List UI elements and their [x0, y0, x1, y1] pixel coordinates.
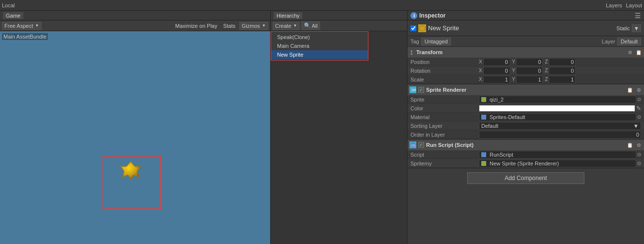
- tag-value-dropdown[interactable]: Untagged: [421, 38, 451, 45]
- run-script-header[interactable]: CS ✓ Run Script (Script) 📋 ⚙: [408, 140, 644, 150]
- add-component-bar: Add Component: [408, 172, 644, 184]
- sorting-layer-label: Sorting Layer: [410, 123, 479, 129]
- spritemy-picker-icon[interactable]: ⊙: [637, 161, 641, 166]
- rotation-y-field: Y 0: [512, 67, 543, 75]
- svg-text:SR: SR: [411, 88, 416, 92]
- scale-values: X 1 Y 1 Z 1: [479, 76, 641, 83]
- sprite-picker-icon[interactable]: ⊙: [637, 97, 641, 102]
- gizmos-dropdown[interactable]: Gizmos ▼: [239, 22, 268, 30]
- material-picker-icon[interactable]: ⊙: [637, 114, 641, 120]
- tab-hierarchy[interactable]: Hierarchy: [274, 12, 302, 19]
- game-viewport: Main AssetBundle: [0, 31, 270, 244]
- hierarchy-create-dropdown[interactable]: Create ▼: [273, 22, 300, 30]
- sprite-label: Sprite: [410, 97, 479, 102]
- position-values: X 0 Y 0 Z 0: [479, 58, 641, 66]
- tag-label: Tag: [410, 39, 419, 44]
- sprite-renderer-settings-icon[interactable]: ⚙: [635, 86, 642, 93]
- game-toolbar: Free Aspect ▼ Maximize on Play Stats Giz…: [0, 20, 270, 31]
- hierarchy-toolbar: Create ▼ 🔍 All: [271, 20, 407, 31]
- layer-value-dropdown[interactable]: Default: [617, 38, 641, 45]
- search-icon: 🔍: [304, 22, 311, 29]
- static-dropdown[interactable]: ▼: [632, 24, 641, 32]
- order-in-layer-label: Order in Layer: [410, 132, 479, 138]
- hierarchy-all-dropdown[interactable]: 🔍 All: [301, 21, 320, 30]
- position-z-input[interactable]: 0: [549, 58, 576, 66]
- position-row: Position X 0 Y 0 Z 0: [408, 58, 644, 66]
- chevron-down-icon: ▼: [35, 23, 39, 28]
- tab-game[interactable]: Game: [3, 12, 23, 19]
- static-chevron-icon: ▼: [634, 25, 639, 31]
- scale-y-input[interactable]: 1: [516, 76, 543, 83]
- hierarchy-dropdown: Speak(Clone) Main Camera New Sprite: [271, 31, 368, 61]
- position-y-input[interactable]: 0: [516, 58, 543, 66]
- layout-label[interactable]: Layout: [626, 2, 642, 8]
- sprite-renderer-icon: SR: [409, 86, 416, 93]
- scale-z-input[interactable]: 1: [549, 76, 576, 83]
- free-aspect-dropdown[interactable]: Free Aspect ▼: [2, 22, 42, 30]
- asset-bundle-label: Main AssetBundle: [2, 33, 48, 40]
- sorting-layer-row: Sorting Layer Default ▼: [408, 122, 644, 130]
- transform-settings-icon[interactable]: ⚙: [626, 49, 633, 56]
- inspector-menu-icon[interactable]: ☰: [635, 12, 641, 20]
- create-chevron-icon: ▼: [293, 23, 297, 28]
- spritemy-icon: [481, 161, 486, 166]
- maximize-button[interactable]: Maximize on Play: [173, 22, 219, 29]
- pos-y-label: Y: [512, 59, 515, 64]
- run-script-settings-icon[interactable]: ⚙: [635, 142, 642, 148]
- position-label: Position: [410, 59, 479, 65]
- sprite-renderer-header[interactable]: SR ✓ Sprite Renderer 📋 ⚙: [408, 84, 644, 95]
- run-script-section: CS ✓ Run Script (Script) 📋 ⚙ Script RunS…: [408, 140, 644, 168]
- color-picker[interactable]: [479, 105, 635, 112]
- material-value[interactable]: Sprites-Default: [479, 113, 636, 121]
- coin-sprite: [117, 161, 144, 187]
- sorting-layer-dropdown[interactable]: Default ▼: [479, 122, 641, 130]
- rotation-x-input[interactable]: 0: [483, 67, 510, 75]
- sprite-renderer-title: Sprite Renderer: [426, 87, 624, 93]
- spritemy-row: Spritemy New Sprite (Sprite Renderer) ⊙: [408, 159, 644, 168]
- script-value[interactable]: RunScript: [479, 151, 636, 159]
- inspector-title-bar: New Sprite Static ▼: [408, 20, 644, 36]
- run-script-book-icon[interactable]: 📋: [626, 142, 633, 148]
- object-active-checkbox[interactable]: [410, 25, 416, 31]
- sprite-renderer-checkbox[interactable]: ✓: [418, 87, 424, 93]
- layer-label: Layer: [602, 39, 616, 44]
- hierarchy-item-main-camera[interactable]: Main Camera: [271, 41, 368, 50]
- object-name: New Sprite: [428, 24, 615, 32]
- inspector-header: ℹ Inspector ☰: [408, 11, 644, 20]
- run-script-title: Run Script (Script): [426, 142, 624, 148]
- hierarchy-content: Speak(Clone) Main Camera New Sprite: [271, 31, 407, 244]
- color-edit-icon[interactable]: ✎: [636, 105, 641, 112]
- scale-x-input[interactable]: 1: [483, 76, 510, 83]
- rotation-z-input[interactable]: 0: [549, 67, 576, 75]
- run-script-checkbox[interactable]: ✓: [418, 142, 424, 148]
- hierarchy-item-speak[interactable]: Speak(Clone): [271, 33, 368, 41]
- sprite-renderer-section: SR ✓ Sprite Renderer 📋 ⚙ Sprite qizi_2 ⊙: [408, 84, 644, 140]
- rotation-y-input[interactable]: 0: [516, 67, 543, 75]
- sprite-renderer-book-icon[interactable]: 📋: [626, 86, 633, 93]
- stats-button[interactable]: Stats: [221, 22, 237, 29]
- gizmos-chevron-icon: ▼: [262, 23, 266, 28]
- scale-z-field: Z 1: [545, 76, 576, 83]
- add-component-button[interactable]: Add Component: [467, 172, 584, 184]
- main-layout: Game Free Aspect ▼ Maximize on Play Stat…: [0, 11, 644, 244]
- local-label[interactable]: Local: [2, 2, 15, 8]
- rot-z-label: Z: [545, 68, 548, 73]
- sprite-value[interactable]: qizi_2: [479, 96, 636, 103]
- rotation-x-field: X 0: [479, 67, 510, 75]
- order-in-layer-input[interactable]: 0: [479, 131, 641, 139]
- spritemy-value[interactable]: New Sprite (Sprite Renderer): [479, 160, 636, 167]
- transform-header[interactable]: ↕ Transform ⚙ 📋: [408, 47, 644, 58]
- pos-z-label: Z: [545, 59, 548, 64]
- script-row: Script RunScript ⊙: [408, 150, 644, 159]
- inspector-scroll[interactable]: ↕ Transform ⚙ 📋 Position X 0 Y 0: [408, 47, 644, 244]
- material-label: Material: [410, 114, 479, 120]
- material-icon: [481, 115, 486, 120]
- script-picker-icon[interactable]: ⊙: [637, 152, 641, 157]
- layers-label[interactable]: Layers: [606, 2, 622, 8]
- spritemy-label: Spritemy: [410, 161, 479, 166]
- game-panel-header: Game: [0, 11, 270, 20]
- hierarchy-item-new-sprite[interactable]: New Sprite: [271, 50, 368, 59]
- position-x-input[interactable]: 0: [483, 58, 510, 66]
- transform-arrow-icon: ↕: [409, 48, 413, 57]
- transform-book-icon[interactable]: 📋: [635, 49, 642, 56]
